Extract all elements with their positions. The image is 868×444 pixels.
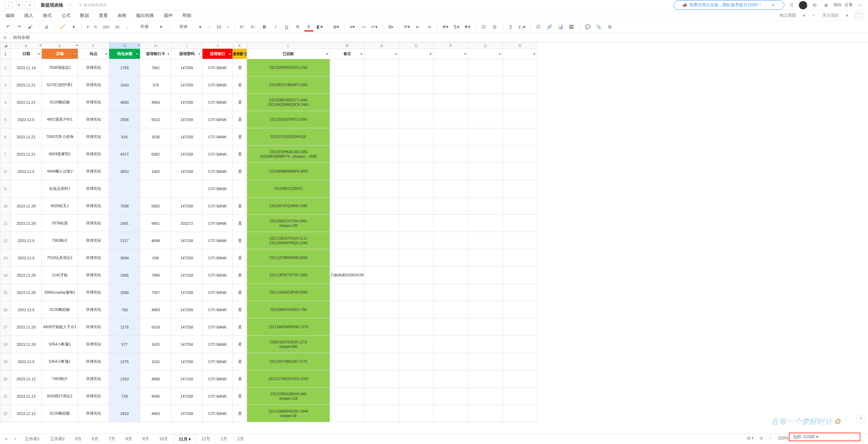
align-icon[interactable]: ≡▾ [348, 22, 357, 31]
view-page-icon[interactable]: ⧉ [760, 436, 763, 441]
table-row[interactable]: 102023.11.286028前叉1菲律宾站75985802147258CIT… [0, 197, 537, 215]
redo-icon[interactable]: ↷ [15, 22, 23, 31]
row-header[interactable]: 13 [0, 249, 11, 267]
menu-export[interactable]: 输出转换 [136, 12, 154, 19]
row-header[interactable]: 1 [0, 49, 11, 59]
expand-icon[interactable]: ⛶ [855, 12, 862, 19]
table-row[interactable]: 222023.12.120128舞蹈服菲律宾站24104863147258CIT… [0, 405, 537, 422]
help-icon[interactable]: ? [856, 414, 865, 423]
col-header[interactable]: N [365, 43, 399, 49]
valign-icon[interactable]: ⫞▾ [359, 22, 368, 31]
fontsize-inc-icon[interactable]: + [226, 22, 230, 31]
row-header[interactable]: 21 [0, 388, 11, 405]
nav-add-button[interactable]: ＋ [25, 2, 35, 9]
indent-dec-icon[interactable]: ⇤ [414, 22, 423, 31]
history-icon[interactable]: ⟲ [810, 1, 819, 10]
fontsize-small-icon[interactable]: A⁻ [249, 22, 258, 31]
font-family-select[interactable] [173, 25, 194, 29]
row-header[interactable]: 17 [0, 318, 11, 336]
filter-icon[interactable]: ▾ [74, 52, 77, 56]
filter-icon[interactable]: ▾ [533, 52, 536, 56]
menu-format[interactable]: 格式 [43, 12, 52, 19]
header-date[interactable]: 日期▾ [11, 49, 42, 59]
fx-icon[interactable]: fx [0, 33, 10, 42]
sheet-tab[interactable]: 工作表1 [20, 435, 45, 444]
row-header[interactable]: 10 [0, 197, 11, 215]
table-row[interactable]: 192023.12.55354小帐篷1菲律宾站12751631147258CIT… [0, 353, 537, 370]
header-confirm[interactable]: 是否提现▾ [233, 49, 247, 59]
filter-icon[interactable]: ▾ [105, 52, 108, 56]
zoom-in-icon[interactable]: ＋ [795, 435, 799, 441]
screenshot-icon[interactable]: ⧉ [605, 22, 614, 31]
filter-icon[interactable]: ▾ [37, 52, 40, 56]
header-bank[interactable]: 提现银行▾ [202, 49, 233, 59]
undo-icon[interactable]: ↶ [3, 22, 12, 31]
table-row[interactable]: 82023.12.54404懒人沙发2菲律宾站38531462147258CIT… [0, 163, 537, 180]
table-row[interactable]: 112023.11.287676哈袋菲律宾站16819851202272CITI… [0, 215, 537, 232]
number-format-select[interactable] [134, 25, 155, 29]
function-icon[interactable]: ƒₓ▾ [518, 22, 527, 31]
col-header[interactable]: P [434, 43, 468, 49]
col-header[interactable]: E◂▸ [42, 43, 78, 49]
group-icon[interactable]: ⊟ [490, 22, 499, 31]
table-row[interactable]: 182023.11.285354小帐篷1菲律宾站5771631147258CIT… [0, 336, 537, 353]
row-header[interactable]: 4 [0, 94, 11, 111]
header-bankcard[interactable]: 提现银行卡▾ [140, 49, 171, 59]
image-icon[interactable]: 🖼 [567, 22, 576, 31]
filter-icon[interactable]: ▾ [498, 52, 501, 56]
col-header[interactable]: O [399, 43, 434, 49]
filter-icon[interactable]: ▾ [243, 52, 246, 56]
row-header[interactable]: 11 [0, 215, 11, 232]
row-header[interactable]: 9 [0, 180, 11, 197]
clear-format-icon[interactable]: 🧹 [58, 22, 67, 31]
header-repay[interactable]: 已回款▾ [247, 49, 330, 59]
filter-icon[interactable]: ▾ [228, 52, 232, 56]
col-header-selected[interactable]: G◂▸ [109, 43, 140, 49]
underline-icon[interactable]: U [282, 22, 291, 31]
table-row[interactable]: 152023.11.282660cosplay服饰1菲律宾站3390735714… [0, 284, 537, 301]
menu-edit[interactable]: 编辑 [6, 12, 15, 19]
follow-selection[interactable]: 关注选区 [822, 12, 839, 18]
table-row[interactable]: 22023.11.147558地毯边1菲律宾站17557861147258CIT… [0, 59, 537, 76]
italic-icon[interactable]: I [271, 22, 280, 31]
sheet-tab[interactable]: 5月 [70, 435, 86, 444]
header-wallet[interactable]: 钱包余额▾ [109, 49, 140, 59]
chart-icon[interactable]: 📊 [556, 22, 565, 31]
print-icon[interactable]: 🖨 [42, 22, 51, 31]
user-avatar[interactable] [799, 1, 807, 9]
validation-icon[interactable]: ☑ [479, 22, 488, 31]
table-row[interactable]: 72023.11.210693喷雾剂1菲律宾站43726362147258CIT… [0, 146, 537, 163]
header-empty[interactable]: ▾ [434, 49, 468, 59]
view-normal-icon[interactable]: ⊞ ▾ [747, 436, 754, 441]
row-header[interactable]: 16 [0, 301, 11, 318]
header-pwd[interactable]: 提现密码▾ [171, 49, 202, 59]
menu-table[interactable]: 表格 [117, 12, 126, 19]
filter-icon[interactable]: ▾ [464, 52, 467, 56]
sum-icon[interactable]: Σ [507, 22, 516, 31]
fontsize-dec-icon[interactable]: − [207, 22, 212, 31]
sort-icon[interactable]: ⇅▾ [452, 22, 461, 31]
table-row[interactable]: 42023.11.210128舞蹈服菲律宾站48834863147258CITI… [0, 94, 537, 111]
freeze-icon[interactable]: ❄▾ [441, 22, 450, 31]
header-site[interactable]: 站点▾ [78, 49, 109, 59]
col-header[interactable]: Q [468, 43, 503, 49]
indent-inc-icon[interactable]: ⇥ [425, 22, 434, 31]
settings-icon[interactable]: ⊕ [822, 1, 831, 10]
table-row[interactable]: 122023.12.57363镜片菲律宾站22174898147158CITI … [0, 232, 537, 249]
link-icon[interactable]: 🔗 [545, 22, 554, 31]
menu-view[interactable]: 查看 [99, 12, 108, 19]
filter-icon[interactable]: ▾ [136, 52, 139, 56]
sheet-tab[interactable]: 1月 [216, 435, 232, 444]
table-row[interactable]: 212023.12.129263医疗用品1菲律宾站7294995147258CI… [0, 388, 537, 405]
sheet-tab[interactable]: 11月 ▾ [173, 435, 196, 444]
col-header[interactable]: F [78, 43, 109, 49]
menu-data[interactable]: 数据 [80, 12, 89, 19]
zoom-level[interactable]: 100% [778, 436, 789, 441]
header-shop[interactable]: 店铺▾ [42, 49, 78, 59]
spreadsheet-grid[interactable]: ◢ A◂▸ E◂▸ F G◂▸ H I J K L M N O P Q R [0, 42, 868, 434]
row-header[interactable]: 19 [0, 353, 11, 370]
row-header[interactable]: 18 [0, 336, 11, 353]
col-header[interactable]: K [233, 43, 247, 49]
favorite-icon[interactable]: ☆ [68, 2, 72, 8]
status-sum[interactable]: 总和: 61090 ▾ [789, 433, 860, 441]
